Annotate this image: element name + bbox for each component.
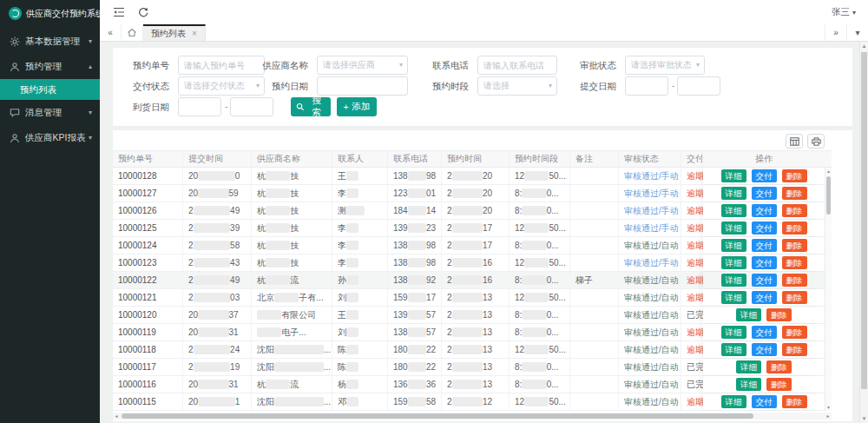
deliver-button[interactable]: 交付 <box>752 187 777 200</box>
cell-review-status[interactable]: 审核通过/手动 <box>619 220 681 236</box>
detail-button[interactable]: 详细 <box>721 395 746 408</box>
filter-select-approve-status[interactable]: 请选择审批状态▾ <box>625 56 705 75</box>
detail-button[interactable]: 详细 <box>721 291 746 304</box>
deliver-button[interactable]: 交付 <box>752 326 777 339</box>
sidebar-subitem-booking-list[interactable]: 预约列表 <box>0 79 100 100</box>
table-row[interactable]: 100001182██████24沈阳████████...陈██180███2… <box>113 341 825 359</box>
column-settings-icon[interactable] <box>786 134 803 149</box>
tab-close-icon[interactable]: × <box>192 29 197 38</box>
delete-button[interactable]: 删除 <box>782 239 807 252</box>
tab-booking-list[interactable]: 预约列表 × <box>143 24 206 41</box>
cell-review-status[interactable]: 审核通过/自动 <box>619 237 681 254</box>
delete-button[interactable]: 删除 <box>782 204 807 217</box>
delete-button[interactable]: 删除 <box>766 308 792 321</box>
deliver-button[interactable]: 交付 <box>752 239 777 252</box>
detail-button[interactable]: 详细 <box>736 360 761 373</box>
page-scrollbar[interactable]: ▴ ▾ <box>859 42 868 423</box>
cell-review-status[interactable]: 审核通过/自动 <box>619 289 681 306</box>
filter-select-time-slot[interactable]: 请选择▾ <box>477 76 557 96</box>
delete-button[interactable]: 删除 <box>782 221 807 235</box>
delete-button[interactable]: 删除 <box>782 343 807 356</box>
cell-review-status[interactable]: 审核通过/自动 <box>619 272 681 288</box>
page-scroll-thumb[interactable] <box>861 52 867 389</box>
table-row[interactable]: 1000012720█████59杭████技李██123███012█████… <box>113 185 825 202</box>
table-row[interactable]: 1000011520██████1沈阳████████...邓██159███5… <box>113 393 825 411</box>
deliver-button[interactable]: 交付 <box>752 169 777 182</box>
table-row[interactable]: 1000012020█████37████有限公司王██139███572███… <box>113 307 825 324</box>
detail-button[interactable]: 详细 <box>721 274 746 287</box>
filter-input-submit-date-end[interactable] <box>677 76 720 96</box>
detail-button[interactable]: 详细 <box>721 326 746 339</box>
detail-button[interactable]: 详细 <box>721 187 746 200</box>
tabs-scroll-left-icon[interactable]: « <box>100 24 122 41</box>
delete-button[interactable]: 删除 <box>766 378 792 391</box>
filter-select-supplier[interactable]: 请选择供应商▾ <box>317 56 408 75</box>
detail-button[interactable]: 详细 <box>721 169 746 182</box>
filter-input-arrival-date-start[interactable] <box>178 97 221 116</box>
deliver-button[interactable]: 交付 <box>752 291 777 304</box>
delete-button[interactable]: 删除 <box>766 360 792 373</box>
add-button[interactable]: + 添加 <box>337 97 377 116</box>
delete-button[interactable]: 删除 <box>782 187 807 200</box>
cell-review-status[interactable]: 审核通过/自动 <box>619 324 681 340</box>
scroll-left-icon[interactable]: ◂ <box>113 413 120 420</box>
deliver-button[interactable]: 交付 <box>752 274 777 287</box>
table-vertical-scrollbar[interactable]: ▴ ▾ <box>825 168 832 411</box>
refresh-icon[interactable] <box>138 7 148 17</box>
cell-review-status[interactable]: 审核通过/手动 <box>619 185 681 202</box>
detail-button[interactable]: 详细 <box>721 343 746 356</box>
cell-review-status[interactable]: 审核通过/自动 <box>619 376 681 393</box>
cell-review-status[interactable]: 审核通过/手动 <box>619 254 681 271</box>
detail-button[interactable]: 详细 <box>721 221 746 235</box>
filter-input-phone[interactable] <box>477 56 557 75</box>
search-button[interactable]: 搜索 <box>291 97 331 116</box>
filter-input-submit-date-start[interactable] <box>625 76 668 96</box>
filter-input-booking-date[interactable] <box>317 76 408 96</box>
user-menu[interactable]: 张三 ▾ <box>832 6 856 18</box>
table-row[interactable]: 1000011620█████31杭████流杨██136███362█████… <box>113 376 825 393</box>
deliver-button[interactable]: 交付 <box>752 395 777 408</box>
table-row[interactable]: 100001232██████43杭████技李██138███982█████… <box>113 254 825 272</box>
delete-button[interactable]: 删除 <box>782 256 807 269</box>
delete-button[interactable]: 删除 <box>782 326 807 339</box>
horizontal-scroll-thumb[interactable] <box>122 413 753 419</box>
cell-review-status[interactable]: 审核通过/自动 <box>619 341 681 358</box>
scroll-down-icon[interactable]: ▾ <box>825 404 832 411</box>
table-row[interactable]: 1000012820██████0杭████技王██138███982█████… <box>113 168 825 185</box>
cell-review-status[interactable]: 审核通过/手动 <box>619 202 681 219</box>
delete-button[interactable]: 删除 <box>782 169 807 182</box>
sidebar-item-basic-data[interactable]: 基本数据管理▾ <box>0 29 100 54</box>
delete-button[interactable]: 删除 <box>782 395 807 408</box>
table-row[interactable]: 100001222██████49杭████流孙██138███922█████… <box>113 272 825 289</box>
detail-button[interactable]: 详细 <box>721 256 746 269</box>
sidebar-item-message-mgmt[interactable]: 消息管理▾ <box>0 100 100 125</box>
cell-review-status[interactable]: 审核通过/自动 <box>619 307 681 323</box>
table-row[interactable]: 100001252██████39杭████技李██139███232█████… <box>113 220 825 237</box>
cell-review-status[interactable]: 审核通过/手动 <box>619 168 681 184</box>
filter-input-arrival-date-end[interactable] <box>230 97 273 116</box>
detail-button[interactable]: 详细 <box>721 239 746 252</box>
home-tab-icon[interactable] <box>122 24 143 41</box>
table-row[interactable]: 100001242██████58杭████技李██138███982█████… <box>113 237 825 254</box>
table-row[interactable]: 1000011920█████31████电子...刘██138███572██… <box>113 324 825 341</box>
detail-button[interactable]: 详细 <box>736 378 761 391</box>
deliver-button[interactable]: 交付 <box>752 343 777 356</box>
tab-options-icon[interactable]: ▾ <box>846 24 868 41</box>
detail-button[interactable]: 详细 <box>721 204 746 217</box>
table-row[interactable]: 100001212██████03北京████子有...刘██159███172… <box>113 289 825 307</box>
scroll-right-icon[interactable]: ▸ <box>825 413 832 420</box>
collapse-sidebar-icon[interactable] <box>113 7 125 17</box>
deliver-button[interactable]: 交付 <box>752 256 777 269</box>
sidebar-item-booking-mgmt[interactable]: 预约管理▴ <box>0 54 100 79</box>
detail-button[interactable]: 详细 <box>736 308 761 321</box>
cell-review-status[interactable]: 审核通过/自动 <box>619 359 681 375</box>
delete-button[interactable]: 删除 <box>782 291 807 304</box>
page-scroll-up-icon[interactable]: ▴ <box>860 42 868 50</box>
table-horizontal-scrollbar[interactable]: ◂ ▸ <box>113 413 832 420</box>
print-icon[interactable] <box>807 134 825 149</box>
deliver-button[interactable]: 交付 <box>752 204 777 217</box>
vertical-scroll-thumb[interactable] <box>826 176 831 215</box>
table-row[interactable]: 100001262██████49杭████技测███184███142████… <box>113 202 825 220</box>
delete-button[interactable]: 删除 <box>782 274 807 287</box>
cell-review-status[interactable]: 审核通过/自动 <box>619 393 681 410</box>
